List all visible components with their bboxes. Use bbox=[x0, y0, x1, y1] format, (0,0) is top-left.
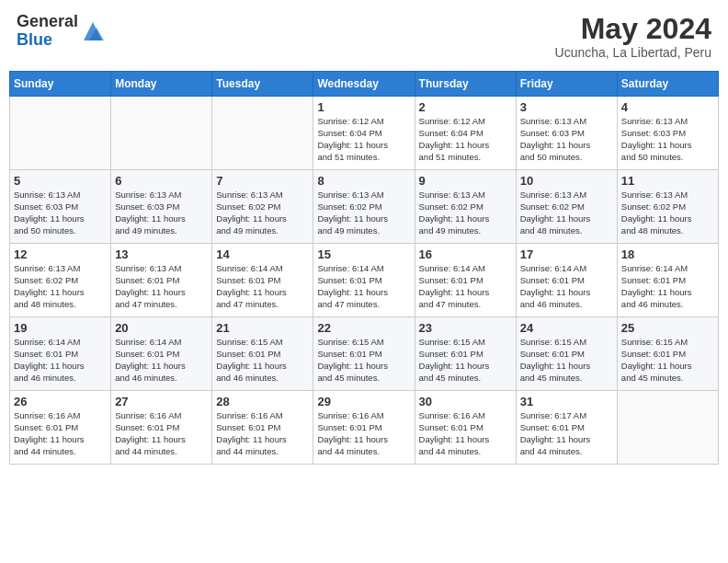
page: General Blue May 2024 Ucuncha, La Libert… bbox=[0, 0, 728, 563]
day-cell: 24Sunrise: 6:15 AMSunset: 6:01 PMDayligh… bbox=[516, 317, 617, 391]
day-cell bbox=[111, 97, 212, 170]
day-number: 29 bbox=[317, 395, 410, 408]
day-cell: 8Sunrise: 6:13 AMSunset: 6:02 PMDaylight… bbox=[313, 170, 415, 244]
day-info: Sunrise: 6:13 AMSunset: 6:02 PMDaylight:… bbox=[317, 190, 410, 236]
day-cell: 22Sunrise: 6:15 AMSunset: 6:01 PMDayligh… bbox=[313, 317, 415, 391]
col-header-friday: Friday bbox=[516, 72, 617, 97]
day-info: Sunrise: 6:14 AMSunset: 6:01 PMDaylight:… bbox=[520, 263, 613, 310]
title-block: May 2024 Ucuncha, La Libertad, Peru bbox=[555, 13, 711, 60]
col-header-wednesday: Wednesday bbox=[313, 72, 415, 97]
day-info: Sunrise: 6:13 AMSunset: 6:03 PMDaylight:… bbox=[520, 116, 613, 163]
day-number: 3 bbox=[520, 100, 613, 114]
day-info: Sunrise: 6:13 AMSunset: 6:01 PMDaylight:… bbox=[115, 263, 208, 310]
day-info: Sunrise: 6:13 AMSunset: 6:02 PMDaylight:… bbox=[419, 190, 512, 236]
week-row-2: 5Sunrise: 6:13 AMSunset: 6:03 PMDaylight… bbox=[10, 170, 719, 244]
day-number: 27 bbox=[115, 395, 208, 408]
month-year: May 2024 bbox=[555, 13, 711, 45]
week-row-3: 12Sunrise: 6:13 AMSunset: 6:02 PMDayligh… bbox=[10, 244, 719, 317]
logo: General Blue bbox=[17, 13, 106, 50]
day-number: 11 bbox=[621, 174, 714, 188]
day-info: Sunrise: 6:14 AMSunset: 6:01 PMDaylight:… bbox=[317, 263, 410, 310]
day-info: Sunrise: 6:16 AMSunset: 6:01 PMDaylight:… bbox=[419, 410, 512, 457]
day-cell: 17Sunrise: 6:14 AMSunset: 6:01 PMDayligh… bbox=[516, 244, 617, 317]
col-header-sunday: Sunday bbox=[10, 72, 111, 97]
col-header-saturday: Saturday bbox=[617, 72, 718, 97]
day-cell: 1Sunrise: 6:12 AMSunset: 6:04 PMDaylight… bbox=[313, 97, 415, 170]
day-info: Sunrise: 6:14 AMSunset: 6:01 PMDaylight:… bbox=[621, 263, 714, 310]
day-info: Sunrise: 6:12 AMSunset: 6:04 PMDaylight:… bbox=[317, 116, 410, 163]
day-number: 14 bbox=[216, 247, 309, 261]
day-number: 19 bbox=[14, 321, 107, 335]
day-cell: 14Sunrise: 6:14 AMSunset: 6:01 PMDayligh… bbox=[212, 244, 313, 317]
day-number: 26 bbox=[14, 395, 107, 408]
day-number: 5 bbox=[14, 174, 107, 188]
day-cell: 6Sunrise: 6:13 AMSunset: 6:03 PMDaylight… bbox=[111, 170, 212, 244]
day-number: 12 bbox=[14, 247, 107, 261]
day-number: 24 bbox=[520, 321, 613, 335]
day-cell: 26Sunrise: 6:16 AMSunset: 6:01 PMDayligh… bbox=[10, 391, 111, 465]
day-info: Sunrise: 6:13 AMSunset: 6:02 PMDaylight:… bbox=[14, 263, 107, 310]
week-row-4: 19Sunrise: 6:14 AMSunset: 6:01 PMDayligh… bbox=[10, 317, 719, 391]
day-number: 31 bbox=[520, 395, 613, 408]
day-cell: 4Sunrise: 6:13 AMSunset: 6:03 PMDaylight… bbox=[617, 97, 718, 170]
day-info: Sunrise: 6:15 AMSunset: 6:01 PMDaylight:… bbox=[520, 337, 613, 384]
day-number: 13 bbox=[115, 247, 208, 261]
day-info: Sunrise: 6:16 AMSunset: 6:01 PMDaylight:… bbox=[317, 410, 410, 457]
day-cell: 31Sunrise: 6:17 AMSunset: 6:01 PMDayligh… bbox=[516, 391, 617, 465]
header: General Blue May 2024 Ucuncha, La Libert… bbox=[9, 9, 719, 63]
day-info: Sunrise: 6:15 AMSunset: 6:01 PMDaylight:… bbox=[216, 337, 309, 384]
day-info: Sunrise: 6:15 AMSunset: 6:01 PMDaylight:… bbox=[317, 337, 410, 384]
day-number: 7 bbox=[216, 174, 309, 188]
day-cell: 19Sunrise: 6:14 AMSunset: 6:01 PMDayligh… bbox=[10, 317, 111, 391]
day-info: Sunrise: 6:17 AMSunset: 6:01 PMDaylight:… bbox=[520, 410, 613, 457]
day-cell bbox=[10, 97, 111, 170]
calendar-table: SundayMondayTuesdayWednesdayThursdayFrid… bbox=[9, 71, 719, 465]
day-info: Sunrise: 6:13 AMSunset: 6:03 PMDaylight:… bbox=[14, 190, 107, 236]
day-cell: 11Sunrise: 6:13 AMSunset: 6:02 PMDayligh… bbox=[617, 170, 718, 244]
day-info: Sunrise: 6:14 AMSunset: 6:01 PMDaylight:… bbox=[419, 263, 512, 310]
day-cell: 13Sunrise: 6:13 AMSunset: 6:01 PMDayligh… bbox=[111, 244, 212, 317]
day-info: Sunrise: 6:13 AMSunset: 6:02 PMDaylight:… bbox=[520, 190, 613, 236]
day-cell: 9Sunrise: 6:13 AMSunset: 6:02 PMDaylight… bbox=[415, 170, 516, 244]
day-info: Sunrise: 6:13 AMSunset: 6:02 PMDaylight:… bbox=[621, 190, 714, 236]
day-info: Sunrise: 6:15 AMSunset: 6:01 PMDaylight:… bbox=[621, 337, 714, 384]
day-cell: 12Sunrise: 6:13 AMSunset: 6:02 PMDayligh… bbox=[10, 244, 111, 317]
day-number: 21 bbox=[216, 321, 309, 335]
day-number: 8 bbox=[317, 174, 410, 188]
day-info: Sunrise: 6:13 AMSunset: 6:03 PMDaylight:… bbox=[115, 190, 208, 236]
day-cell: 30Sunrise: 6:16 AMSunset: 6:01 PMDayligh… bbox=[415, 391, 516, 465]
logo-general: General bbox=[17, 12, 78, 30]
day-number: 2 bbox=[419, 100, 512, 114]
day-number: 6 bbox=[115, 174, 208, 188]
day-info: Sunrise: 6:12 AMSunset: 6:04 PMDaylight:… bbox=[419, 116, 512, 163]
day-number: 9 bbox=[419, 174, 512, 188]
day-info: Sunrise: 6:14 AMSunset: 6:01 PMDaylight:… bbox=[14, 337, 107, 384]
day-cell: 7Sunrise: 6:13 AMSunset: 6:02 PMDaylight… bbox=[212, 170, 313, 244]
day-cell: 2Sunrise: 6:12 AMSunset: 6:04 PMDaylight… bbox=[415, 97, 516, 170]
day-info: Sunrise: 6:14 AMSunset: 6:01 PMDaylight:… bbox=[115, 337, 208, 384]
day-cell: 29Sunrise: 6:16 AMSunset: 6:01 PMDayligh… bbox=[313, 391, 415, 465]
day-number: 17 bbox=[520, 247, 613, 261]
day-cell: 10Sunrise: 6:13 AMSunset: 6:02 PMDayligh… bbox=[516, 170, 617, 244]
day-info: Sunrise: 6:13 AMSunset: 6:03 PMDaylight:… bbox=[621, 116, 714, 163]
col-header-monday: Monday bbox=[111, 72, 212, 97]
day-number: 18 bbox=[621, 247, 714, 261]
day-cell bbox=[617, 391, 718, 465]
day-number: 1 bbox=[317, 100, 410, 114]
col-header-thursday: Thursday bbox=[415, 72, 516, 97]
day-cell: 15Sunrise: 6:14 AMSunset: 6:01 PMDayligh… bbox=[313, 244, 415, 317]
day-cell: 21Sunrise: 6:15 AMSunset: 6:01 PMDayligh… bbox=[212, 317, 313, 391]
day-info: Sunrise: 6:15 AMSunset: 6:01 PMDaylight:… bbox=[419, 337, 512, 384]
logo-icon bbox=[80, 18, 106, 44]
location: Ucuncha, La Libertad, Peru bbox=[555, 45, 711, 60]
day-cell: 16Sunrise: 6:14 AMSunset: 6:01 PMDayligh… bbox=[415, 244, 516, 317]
day-info: Sunrise: 6:14 AMSunset: 6:01 PMDaylight:… bbox=[216, 263, 309, 310]
day-cell: 27Sunrise: 6:16 AMSunset: 6:01 PMDayligh… bbox=[111, 391, 212, 465]
day-cell: 20Sunrise: 6:14 AMSunset: 6:01 PMDayligh… bbox=[111, 317, 212, 391]
week-row-1: 1Sunrise: 6:12 AMSunset: 6:04 PMDaylight… bbox=[10, 97, 719, 170]
day-info: Sunrise: 6:16 AMSunset: 6:01 PMDaylight:… bbox=[216, 410, 309, 457]
col-header-tuesday: Tuesday bbox=[212, 72, 313, 97]
day-number: 16 bbox=[419, 247, 512, 261]
day-cell: 3Sunrise: 6:13 AMSunset: 6:03 PMDaylight… bbox=[516, 97, 617, 170]
day-cell: 28Sunrise: 6:16 AMSunset: 6:01 PMDayligh… bbox=[212, 391, 313, 465]
